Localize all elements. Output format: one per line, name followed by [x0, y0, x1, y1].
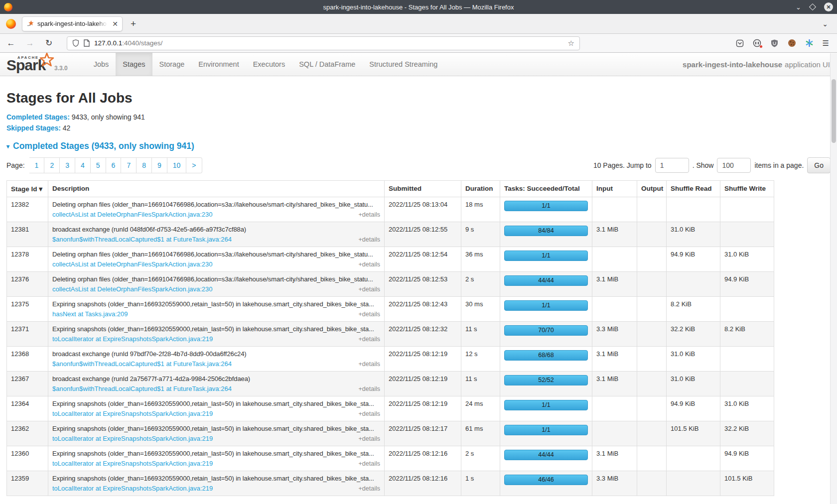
page-button[interactable]: 2	[44, 157, 60, 173]
column-header[interactable]: Output	[637, 181, 667, 197]
page-button[interactable]: >	[186, 157, 202, 173]
stage-callsite-link[interactable]: $anonfun$withThreadLocalCaptured$1 at Fu…	[52, 236, 232, 243]
shuffle-read-cell: 31.0 KiB	[667, 347, 720, 372]
stage-callsite-link[interactable]: toLocalIterator at ExpireSnapshotsSparkA…	[52, 335, 213, 343]
stage-id-cell: 12364	[7, 396, 48, 421]
details-toggle[interactable]: +details	[359, 311, 380, 318]
tab-stages[interactable]: Stages	[116, 53, 152, 76]
tab-sql-dataframe[interactable]: SQL / DataFrame	[292, 53, 362, 76]
duration-cell: 18 ms	[461, 197, 500, 222]
go-button[interactable]: Go	[807, 157, 831, 173]
stage-callsite-link[interactable]: collectAsList at DeleteOrphanFilesSparkA…	[52, 211, 213, 218]
page-button[interactable]: 9	[152, 157, 167, 173]
mask-extension-icon[interactable]	[753, 39, 762, 48]
stage-callsite-link[interactable]: toLocalIterator at ExpireSnapshotsSparkA…	[52, 435, 213, 442]
column-header[interactable]: Input	[592, 181, 637, 197]
back-icon[interactable]: ←	[5, 38, 17, 48]
tasks-progress-bar: 1/1	[504, 400, 588, 410]
page-button[interactable]: 3	[60, 157, 75, 173]
page-button[interactable]: 10	[167, 157, 187, 173]
tasks-progress-label: 46/46	[538, 476, 554, 483]
page-button[interactable]: 4	[75, 157, 91, 173]
page-button[interactable]: 8	[137, 157, 152, 173]
stage-description: broadcast exchange (runId 048fd06f-d753-…	[52, 226, 380, 233]
column-header[interactable]: Shuffle Write	[720, 181, 774, 197]
tab-storage[interactable]: Storage	[152, 53, 192, 76]
column-header[interactable]: Submitted	[385, 181, 461, 197]
table-row: 12368 broadcast exchange (runId 97bdf70e…	[7, 347, 774, 372]
ublock-shield-icon[interactable]	[770, 39, 779, 48]
column-header[interactable]: Description	[48, 181, 385, 197]
shuffle-write-cell	[720, 297, 774, 322]
stages-table-body: 12382 Deleting orphan files (older_than=…	[7, 197, 774, 496]
page-info-icon[interactable]	[84, 39, 90, 47]
url-bar[interactable]: 127.0.0.1:4040/stages/ ☆	[67, 36, 580, 50]
details-toggle[interactable]: +details	[359, 410, 380, 417]
maximize-icon[interactable]	[809, 3, 816, 10]
tasks-progress-bar: 1/1	[504, 300, 588, 311]
details-toggle[interactable]: +details	[359, 286, 380, 293]
submitted-cell: 2022/11/25 08:12:32	[385, 322, 461, 347]
minimize-icon[interactable]: ⌄	[796, 4, 801, 10]
cookie-extension-icon[interactable]	[788, 39, 797, 48]
close-window-icon[interactable]: ✕	[824, 2, 833, 11]
pocket-extension-icon[interactable]	[735, 39, 744, 48]
tab-executors[interactable]: Executors	[246, 53, 292, 76]
stages-table: Stage Id ▾ Description Submitted Duratio…	[6, 180, 774, 496]
table-row: 12375 Expiring snapshots (older_than=166…	[7, 297, 774, 322]
jump-to-page-input[interactable]	[655, 158, 689, 173]
stage-callsite-link[interactable]: toLocalIterator at ExpireSnapshotsSparkA…	[52, 485, 213, 492]
sparkle-extension-icon[interactable]	[805, 39, 814, 48]
bookmark-star-icon[interactable]: ☆	[568, 39, 574, 48]
menu-icon[interactable]: ☰	[823, 39, 829, 48]
table-row: 12371 Expiring snapshots (older_than=166…	[7, 322, 774, 347]
url-text[interactable]: 127.0.0.1:4040/stages/	[94, 39, 162, 47]
details-toggle[interactable]: +details	[359, 460, 380, 467]
stage-callsite-link[interactable]: toLocalIterator at ExpireSnapshotsSparkA…	[52, 460, 213, 467]
shield-permissions-icon[interactable]	[72, 39, 79, 47]
details-toggle[interactable]: +details	[359, 236, 380, 243]
page-button[interactable]: 1	[29, 157, 45, 173]
tab-structured-streaming[interactable]: Structured Streaming	[362, 53, 444, 76]
details-toggle[interactable]: +details	[359, 485, 380, 492]
page-button[interactable]: 6	[106, 157, 122, 173]
page-button[interactable]: 5	[91, 157, 106, 173]
stage-callsite-link[interactable]: collectAsList at DeleteOrphanFilesSparkA…	[52, 260, 213, 268]
tasks-progress-label: 1/1	[542, 401, 550, 408]
completed-stages-section-toggle[interactable]: ▾ Completed Stages (9433, only showing 9…	[6, 141, 831, 151]
column-header[interactable]: Duration	[461, 181, 500, 197]
stage-callsite-link[interactable]: collectAsList at DeleteOrphanFilesSparkA…	[52, 285, 213, 293]
stage-callsite-link[interactable]: toLocalIterator at ExpireSnapshotsSparkA…	[52, 410, 213, 417]
shuffle-write-cell: 8.2 KiB	[720, 322, 774, 347]
tab-environment[interactable]: Environment	[191, 53, 246, 76]
column-header[interactable]: Stage Id ▾	[7, 181, 48, 197]
stage-callsite-link[interactable]: $anonfun$withThreadLocalCaptured$1 at Fu…	[52, 385, 232, 392]
table-row: 12364 Expiring snapshots (older_than=166…	[7, 396, 774, 421]
close-tab-icon[interactable]: ✕	[112, 20, 118, 28]
details-toggle[interactable]: +details	[359, 435, 380, 442]
vertical-scrollbar[interactable]	[830, 53, 837, 504]
stage-description: Expiring snapshots (older_than=166932055…	[52, 425, 380, 432]
details-toggle[interactable]: +details	[359, 261, 380, 268]
details-toggle[interactable]: +details	[359, 361, 380, 368]
tab-jobs[interactable]: Jobs	[87, 53, 116, 76]
list-all-tabs-icon[interactable]: ⌄	[822, 20, 828, 28]
firefox-icon[interactable]	[6, 19, 16, 29]
pagination-controls: 10 Pages. Jump to . Show items in a page…	[593, 157, 831, 173]
output-cell	[637, 372, 667, 396]
details-toggle[interactable]: +details	[359, 336, 380, 343]
column-header[interactable]: Shuffle Read	[667, 181, 720, 197]
scrollbar-thumb[interactable]	[832, 79, 836, 143]
reload-icon[interactable]: ↻	[43, 38, 55, 48]
details-toggle[interactable]: +details	[359, 385, 380, 392]
stage-callsite-link[interactable]: hasNext at Tasks.java:209	[52, 310, 128, 318]
stage-callsite-link[interactable]: $anonfun$withThreadLocalCaptured$1 at Fu…	[52, 360, 232, 368]
new-tab-button[interactable]: +	[131, 18, 136, 29]
submitted-cell: 2022/11/25 08:12:19	[385, 372, 461, 396]
details-toggle[interactable]: +details	[359, 211, 380, 218]
spark-logo[interactable]: APACHE Spark 3.3.0	[6, 53, 73, 76]
page-button[interactable]: 7	[121, 157, 137, 173]
items-per-page-input[interactable]	[717, 158, 751, 173]
browser-tab[interactable]: spark-ingest-into-lakehous ✕	[22, 16, 123, 31]
column-header[interactable]: Tasks: Succeeded/Total	[500, 181, 592, 197]
